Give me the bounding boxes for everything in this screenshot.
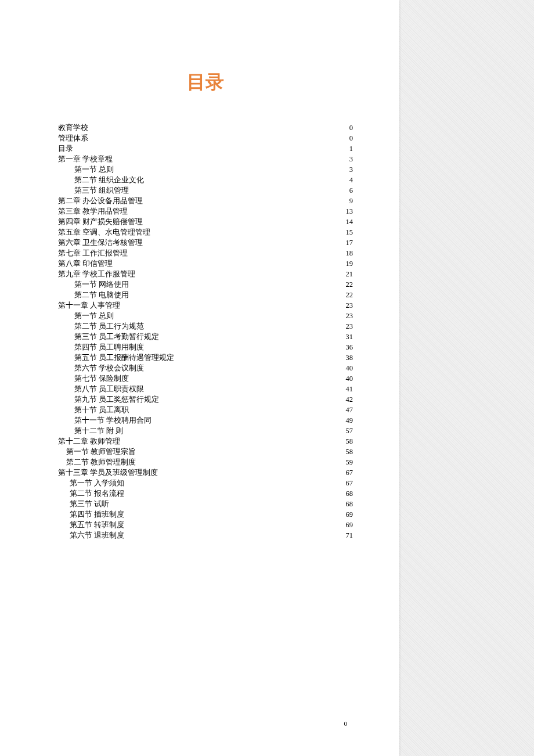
toc-entry: 管理体系0: [58, 135, 353, 142]
toc-entry: 第十一章 人事管理23: [58, 302, 353, 309]
toc-label: 第十一节 学校聘用合同: [74, 417, 151, 424]
toc-label: 第二节 报名流程: [70, 490, 124, 498]
toc-label: 第四节 插班制度: [70, 511, 124, 519]
toc-entry: 第五节 员工报酬待遇管理规定38: [58, 354, 353, 362]
toc-label: 管理体系: [58, 135, 88, 142]
toc-page: 15: [341, 229, 353, 236]
toc-page: 58: [341, 448, 353, 456]
toc-page: 58: [341, 438, 353, 445]
toc-label: 第二节 组织企业文化: [74, 177, 144, 184]
toc-entry: 第二节 教师管理制度59: [58, 459, 353, 466]
table-of-contents: 教育学校0管理体系0目录1第一章 学校章程3第一节 总则3第二节 组织企业文化4…: [58, 124, 353, 539]
toc-entry: 第八章 印信管理19: [58, 260, 353, 268]
toc-label: 第一章 学校章程: [58, 156, 113, 163]
toc-page: 3: [341, 166, 353, 174]
toc-entry: 第一节 网络使用22: [58, 281, 353, 289]
toc-page: 18: [341, 250, 353, 257]
toc-page: 14: [341, 218, 353, 226]
toc-page: 67: [341, 469, 353, 477]
toc-page: 57: [341, 427, 353, 435]
toc-page: 4: [341, 177, 353, 184]
toc-entry: 第十二节 附 则57: [58, 427, 353, 435]
toc-entry: 第一节 总则3: [58, 166, 353, 174]
toc-entry: 第一节 教师管理宗旨58: [58, 448, 353, 456]
toc-label: 第一节 教师管理宗旨: [66, 448, 136, 456]
toc-page: 6: [341, 187, 353, 195]
toc-page: 67: [341, 480, 353, 487]
toc-entry: 第十三章 学员及班级管理制度67: [58, 469, 353, 477]
toc-page: 23: [341, 302, 353, 309]
document-page: 目录 教育学校0管理体系0目录1第一章 学校章程3第一节 总则3第二节 组织企业…: [0, 0, 399, 756]
toc-entry: 第二章 办公设备用品管理9: [58, 197, 353, 205]
toc-page: 31: [341, 333, 353, 341]
toc-label: 第二章 办公设备用品管理: [58, 197, 143, 205]
toc-page: 17: [341, 239, 353, 247]
toc-label: 第四节 员工聘用制度: [74, 344, 144, 351]
toc-label: 第二节 员工行为规范: [74, 323, 144, 330]
toc-label: 第五节 员工报酬待遇管理规定: [74, 354, 174, 362]
toc-entry: 第九节 员工奖惩暂行规定42: [58, 396, 353, 404]
toc-entry: 第十二章 教师管理58: [58, 438, 353, 445]
toc-page: 1: [341, 145, 353, 153]
toc-page: 23: [341, 312, 353, 320]
toc-page: 47: [341, 406, 353, 414]
toc-page: 40: [341, 365, 353, 372]
toc-entry: 第二节 员工行为规范23: [58, 323, 353, 330]
toc-entry: 第三节 组织管理6: [58, 187, 353, 195]
toc-entry: 第一节 总则23: [58, 312, 353, 320]
toc-entry: 第十节 员工离职47: [58, 406, 353, 414]
toc-page: 0: [341, 135, 353, 142]
toc-label: 第七节 保险制度: [74, 375, 129, 383]
toc-label: 第六节 退班制度: [70, 532, 124, 539]
toc-label: 第一节 总则: [74, 166, 114, 174]
toc-page: 71: [341, 532, 353, 539]
toc-label: 第七章 工作汇报管理: [58, 250, 128, 257]
toc-label: 第十二章 教师管理: [58, 438, 120, 445]
toc-label: 教育学校: [58, 124, 88, 132]
toc-entry: 第二节 组织企业文化4: [58, 177, 353, 184]
page-container: 目录 教育学校0管理体系0目录1第一章 学校章程3第一节 总则3第二节 组织企业…: [0, 0, 534, 756]
toc-label: 第五章 空调、水电管理管理: [58, 229, 150, 236]
toc-entry: 第三节 试听68: [58, 501, 353, 508]
toc-label: 第三节 员工考勤暂行规定: [74, 333, 159, 341]
toc-label: 第一节 总则: [74, 312, 114, 320]
toc-entry: 第一章 学校章程3: [58, 156, 353, 163]
toc-page: 49: [341, 417, 353, 424]
toc-entry: 第九章 学校工作服管理21: [58, 271, 353, 278]
toc-page: 9: [341, 197, 353, 205]
toc-entry: 第七节 保险制度40: [58, 375, 353, 383]
toc-entry: 教育学校0: [58, 124, 353, 132]
toc-entry: 第十一节 学校聘用合同49: [58, 417, 353, 424]
toc-page: 22: [341, 291, 353, 299]
toc-page: 59: [341, 459, 353, 466]
toc-entry: 第二节 报名流程68: [58, 490, 353, 498]
toc-entry: 第三节 员工考勤暂行规定31: [58, 333, 353, 341]
toc-label: 第九章 学校工作服管理: [58, 271, 135, 278]
toc-page: 68: [341, 501, 353, 508]
toc-page: 21: [341, 271, 353, 278]
toc-entry: 第五章 空调、水电管理管理15: [58, 229, 353, 236]
toc-page: 38: [341, 354, 353, 362]
toc-page: 23: [341, 323, 353, 330]
toc-label: 目录: [58, 145, 73, 153]
toc-label: 第六节 学校会议制度: [74, 365, 144, 372]
toc-label: 第一节 网络使用: [74, 281, 129, 289]
toc-page: 0: [341, 124, 353, 132]
toc-entry: 第七章 工作汇报管理18: [58, 250, 353, 257]
toc-page: 13: [341, 208, 353, 215]
toc-label: 第十二节 附 则: [74, 427, 123, 435]
toc-label: 第三节 组织管理: [74, 187, 129, 195]
toc-label: 第十节 员工离职: [74, 406, 129, 414]
toc-page: 3: [341, 156, 353, 163]
toc-entry: 第四节 插班制度69: [58, 511, 353, 519]
toc-entry: 第六节 学校会议制度40: [58, 365, 353, 372]
toc-label: 第八章 印信管理: [58, 260, 113, 268]
toc-page: 41: [341, 386, 353, 393]
toc-entry: 第三章 教学用品管理13: [58, 208, 353, 215]
toc-page: 42: [341, 396, 353, 404]
toc-label: 第一节 入学须知: [70, 480, 124, 487]
toc-entry: 第四节 员工聘用制度36: [58, 344, 353, 351]
toc-entry: 第四章 财产损失赔偿管理14: [58, 218, 353, 226]
toc-label: 第三章 教学用品管理: [58, 208, 128, 215]
toc-label: 第二节 电脑使用: [74, 291, 129, 299]
